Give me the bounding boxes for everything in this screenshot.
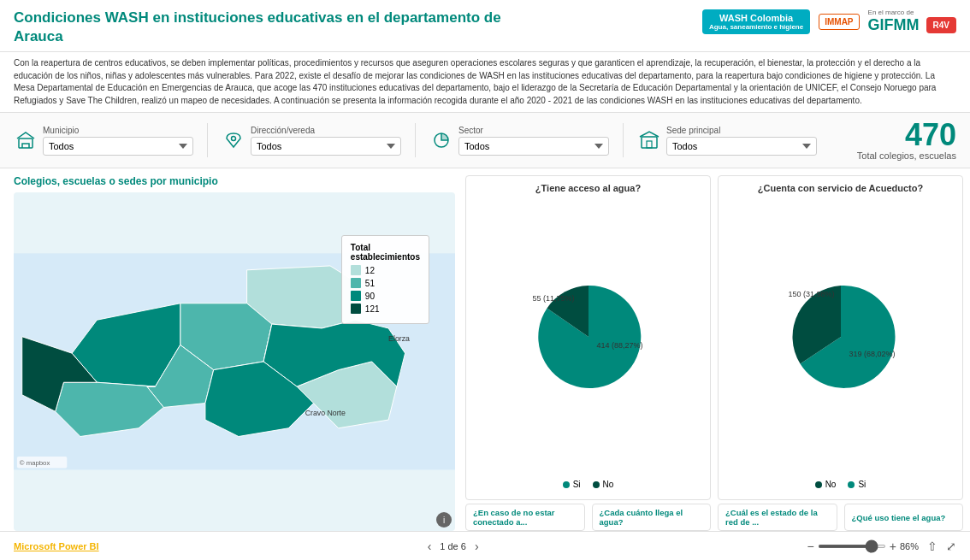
right-logos: En el marco de GIFMM R4V	[868, 9, 956, 34]
main-container: Condiciones WASH en instituciones educat…	[0, 0, 970, 560]
legend-item-121: 121	[351, 304, 420, 314]
sede-select[interactable]: Todos	[666, 137, 817, 156]
header-title-block: Condiciones WASH en instituciones educat…	[14, 9, 685, 46]
zoom-value: 86%	[900, 541, 919, 551]
chart1-body: 414 (88,27%) 55 (11,75%)	[473, 197, 703, 480]
footer-nav: ‹ 1 de 6 ›	[428, 539, 479, 553]
chart2-legend: No Si	[725, 480, 955, 492]
description-text: Con la reapertura de centros educativos,…	[0, 52, 970, 113]
legend-title: Totalestablecimientos	[351, 243, 420, 262]
map-title: Colegios, escuelas o sedes por municipio	[14, 175, 455, 187]
filter-direccion: Dirección/vereda Todos	[222, 126, 401, 156]
total-label: Total colegios, escuelas	[857, 150, 956, 161]
chart1-legend: Si No	[473, 480, 703, 492]
expand-button[interactable]: ⤢	[946, 539, 956, 553]
legend-item-51: 51	[351, 278, 420, 288]
sede-icon	[637, 128, 661, 152]
r4v-logo: R4V	[926, 17, 956, 33]
svg-rect-3	[642, 137, 657, 148]
map-legend: Totalestablecimientos 12 51 90	[341, 235, 429, 324]
zoom-slider[interactable]	[818, 545, 886, 548]
hint-card-3: ¿Cuál es el estado de la red de ...	[718, 504, 837, 531]
chart1-label-no: 55 (11,75%)	[533, 294, 575, 303]
filter-sector: Sector Todos	[429, 126, 609, 156]
chart-agua-access: ¿Tiene acceso al agua?	[465, 175, 711, 500]
footer-right: − + 86% ⇧ ⤢	[807, 539, 956, 553]
chart1-label-si: 414 (88,27%)	[597, 341, 643, 350]
charts-section: ¿Tiene acceso al agua?	[462, 168, 970, 531]
legend-color-121	[351, 304, 361, 314]
legend-color-90	[351, 291, 361, 301]
prev-page-button[interactable]: ‹	[428, 539, 432, 553]
filters-row: Municipio Todos Dirección/vereda Todos	[0, 113, 970, 168]
footer: Microsoft Power BI ‹ 1 de 6 › − + 86% ⇧ …	[0, 531, 970, 560]
chart2-si-dot	[848, 481, 855, 488]
legend-item-12: 12	[351, 265, 420, 275]
page-indicator: 1 de 6	[440, 541, 466, 551]
bottom-hints-row: ¿En caso de no estar conectado a... ¿Cad…	[465, 504, 963, 531]
gifmm-logo: GIFMM	[868, 16, 920, 34]
zoom-plus-button[interactable]: +	[890, 539, 896, 553]
hint-card-1: ¿En caso de no estar conectado a...	[465, 504, 585, 531]
filter-sede: Sede principal Todos	[637, 126, 817, 156]
filter-divider-2	[415, 123, 416, 157]
content-area: Colegios, escuelas o sedes por municipio	[0, 168, 970, 531]
svg-text:Cravo Norte: Cravo Norte	[305, 409, 346, 417]
map-info-button[interactable]: i	[436, 512, 452, 528]
header-logos: WASH Colombia Agua, saneamiento e higien…	[702, 9, 956, 34]
svg-text:© mapbox: © mapbox	[20, 459, 50, 467]
chart1-si-dot	[563, 481, 570, 488]
hint-card-2: ¿Cada cuánto llega el agua?	[592, 504, 712, 531]
svg-point-1	[232, 137, 236, 141]
chart-acueducto: ¿Cuenta con servicio de Acueducto?	[718, 175, 963, 500]
zoom-minus-button[interactable]: −	[807, 539, 814, 553]
zoom-control: − + 86%	[807, 539, 919, 553]
svg-rect-4	[647, 141, 652, 148]
filter-municipio: Municipio Todos	[14, 126, 193, 156]
next-page-button[interactable]: ›	[475, 539, 479, 553]
wash-logo: WASH Colombia Agua, saneamiento e higien…	[702, 9, 810, 34]
chart2-title: ¿Cuenta con servicio de Acueducto?	[725, 183, 955, 193]
header: Condiciones WASH en instituciones educat…	[0, 0, 970, 52]
filter-divider-1	[207, 123, 208, 157]
municipio-icon	[14, 128, 38, 152]
legend-item-90: 90	[351, 291, 420, 301]
municipio-select[interactable]: Todos	[43, 137, 193, 156]
legend-color-12	[351, 265, 361, 275]
sector-icon	[429, 128, 453, 152]
chart2-no-dot	[815, 481, 822, 488]
chart2-body: 319 (68,02%) 150 (31,98%)	[725, 197, 955, 480]
map-container[interactable]: Elorza Cravo Norte © mapbox Totalestable…	[14, 192, 455, 531]
svg-text:Elorza: Elorza	[388, 334, 410, 343]
sector-select[interactable]: Todos	[458, 137, 609, 156]
page-title: Condiciones WASH en instituciones educat…	[14, 9, 685, 46]
direccion-select[interactable]: Todos	[251, 137, 401, 156]
total-number: 470	[857, 120, 956, 150]
share-button[interactable]: ⇧	[927, 539, 937, 553]
chart1-title: ¿Tiene acceso al agua?	[473, 183, 703, 193]
powerbi-link[interactable]: Microsoft Power BI	[14, 541, 99, 551]
total-block: 470 Total colegios, escuelas	[857, 120, 956, 161]
filter-divider-3	[623, 123, 624, 157]
chart2-label-si: 319 (68,02%)	[849, 350, 896, 358]
map-section: Colegios, escuelas o sedes por municipio	[0, 168, 462, 531]
chart1-no-dot	[593, 481, 600, 488]
charts-top-row: ¿Tiene acceso al agua?	[465, 175, 963, 500]
direccion-icon	[222, 128, 245, 152]
hint-card-4: ¿Qué uso tiene el agua?	[844, 504, 964, 531]
legend-color-51	[351, 278, 361, 288]
chart2-label-no: 150 (31,98%)	[789, 290, 835, 298]
immap-logo: IMMAP	[819, 14, 859, 30]
